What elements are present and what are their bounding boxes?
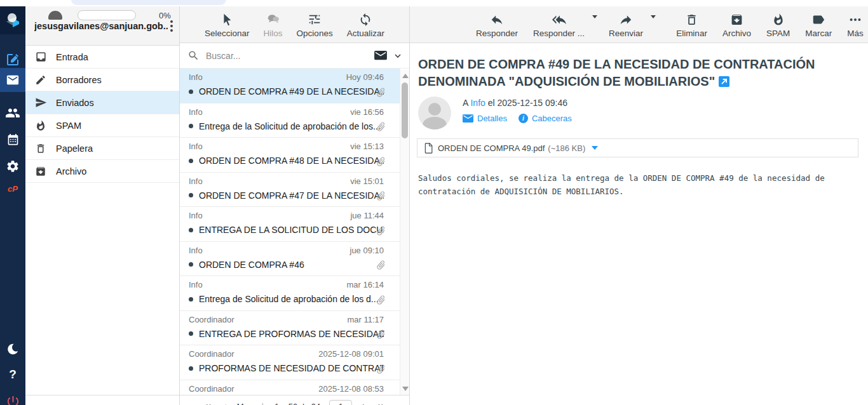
archive-icon xyxy=(730,13,743,27)
sidebar-item-archivo[interactable]: Archivo xyxy=(25,160,179,183)
refresh-icon xyxy=(358,13,372,27)
inbox-icon xyxy=(34,51,47,63)
message-row[interactable]: Infomar 16:14 Entrega de Solicitud de ap… xyxy=(180,276,400,311)
delete-button[interactable]: Eliminar xyxy=(671,13,712,38)
unread-dot xyxy=(189,331,193,336)
message-row[interactable]: Infovie 15:13 ORDEN DE COMPRA #48 DE LA … xyxy=(180,138,400,173)
message-row[interactable]: Infovie 16:56 Entrega de la Solicitud de… xyxy=(180,103,400,138)
attachment-icon xyxy=(376,329,386,340)
forward-dropdown-caret[interactable] xyxy=(651,15,656,18)
threads-icon xyxy=(266,13,281,27)
prev-page-icon[interactable] xyxy=(222,402,228,405)
sidebar-item-papelera[interactable]: Papelera xyxy=(25,137,179,160)
last-page-icon[interactable] xyxy=(376,402,386,405)
attachment-icon xyxy=(376,364,386,375)
row-sender: Info xyxy=(189,107,203,117)
message-row[interactable]: Infojue 09:10 ORDEN DE COMPRA #46 xyxy=(180,242,400,277)
attachment-dropdown-caret[interactable] xyxy=(592,146,598,150)
webmail-app: cP ? jesusgavilanes@sanjuan.gob.... xyxy=(0,0,868,405)
pencil-icon xyxy=(34,74,47,86)
row-date: 2025-12-08 08:53 xyxy=(318,384,384,394)
archive-button[interactable]: Archivo xyxy=(717,13,756,38)
sidebar-item-entrada[interactable]: Entrada xyxy=(25,46,179,69)
forward-button[interactable]: Reenviar xyxy=(604,13,648,38)
chevron-down-icon[interactable] xyxy=(393,51,403,61)
row-date: jue 09:10 xyxy=(350,246,384,255)
folder-label: Borradores xyxy=(56,75,102,85)
sidebar-item-borradores[interactable]: Borradores xyxy=(25,69,179,91)
open-in-new-window-icon[interactable] xyxy=(719,76,729,87)
message-row[interactable]: Infovie 15:01 ORDEN DE COMPRA #47 DE LA … xyxy=(180,173,400,208)
sogo-logo[interactable] xyxy=(0,6,25,34)
next-page-icon[interactable] xyxy=(361,402,367,405)
folder-label: Enviados xyxy=(56,98,94,108)
row-sender: Info xyxy=(189,72,203,82)
disk-icon xyxy=(48,11,62,20)
attachment-icon xyxy=(376,260,386,270)
attachment-bar[interactable]: ORDEN DE COMPRA 49.pdf (~186 KB) xyxy=(417,138,858,157)
mark-button[interactable]: Marcar xyxy=(800,13,837,38)
page-number-input[interactable] xyxy=(329,400,352,405)
message-subject: ORDEN DE COMPRA #49 DE LA NECESIDAD DE C… xyxy=(418,56,825,90)
account-email: jesusgavilanes@sanjuan.gob.... xyxy=(34,21,168,31)
details-toggle[interactable]: Detalles xyxy=(463,114,507,123)
scrollbar-down-arrow[interactable] xyxy=(402,387,409,391)
message-row[interactable]: Coordinador2025-12-08 09:01 PROFORMAS DE… xyxy=(180,345,400,380)
row-date: vie 16:56 xyxy=(350,107,384,117)
recipient-link[interactable]: Info xyxy=(470,98,485,108)
sidebar-item-enviados[interactable]: Enviados xyxy=(25,91,179,114)
more-button[interactable]: Más xyxy=(842,13,868,38)
attachment-size: (~186 KB) xyxy=(548,143,585,153)
moon-icon xyxy=(6,342,20,356)
attachment-icon xyxy=(376,156,386,167)
rail-item-mail-active[interactable] xyxy=(0,68,25,92)
list-scrollbar[interactable] xyxy=(400,70,409,395)
first-page-icon[interactable] xyxy=(203,402,213,405)
cpanel-link[interactable]: cP xyxy=(0,180,25,197)
search-scope-mail-icon[interactable] xyxy=(374,50,388,62)
message-row[interactable]: Coordinador2025-12-08 08:53 xyxy=(180,380,400,395)
spam-button[interactable]: SPAM xyxy=(761,13,795,38)
message-rows: InfoHoy 09:46 ORDEN DE COMPRA #49 DE LA … xyxy=(180,69,400,395)
pdf-file-icon xyxy=(424,143,433,154)
reply-all-dropdown-caret[interactable] xyxy=(592,15,597,18)
message-row[interactable]: Coordinadormar 11:17 ENTREGA DE PROFORMA… xyxy=(180,311,400,346)
message-row[interactable]: Infojue 11:44 ENTREGA DE LA SOLICITUD DE… xyxy=(180,207,400,242)
row-sender: Coordinador xyxy=(189,384,234,394)
row-subject: Entrega de Solicitud de aprobación de lo… xyxy=(199,294,384,304)
search-input[interactable] xyxy=(206,51,374,61)
sidebar-item-spam[interactable]: SPAM xyxy=(25,114,179,137)
dark-mode-toggle[interactable] xyxy=(0,339,25,359)
help-button[interactable]: ? xyxy=(0,366,25,383)
forward-icon xyxy=(618,13,634,27)
unread-dot xyxy=(189,193,193,197)
row-subject: ORDEN DE COMPRA #49 DE LA NECESIDA... xyxy=(199,86,384,96)
scrollbar-up-arrow[interactable] xyxy=(402,74,409,78)
select-button[interactable]: Seleccionar xyxy=(205,13,250,38)
reply-button[interactable]: Responder xyxy=(471,13,523,38)
logout-button[interactable] xyxy=(0,391,25,405)
calendar-icon xyxy=(6,133,20,147)
rail-item-settings[interactable] xyxy=(0,156,25,176)
unread-dot xyxy=(189,159,193,163)
rail-item-calendar[interactable] xyxy=(0,129,25,150)
reply-all-button[interactable]: Responder ... xyxy=(528,13,590,38)
fire-icon xyxy=(772,13,785,27)
row-subject: ENTREGA DE LA SOLICITUD DE LOS DOCU... xyxy=(199,225,384,235)
envelope-icon xyxy=(463,114,473,123)
message-row[interactable]: InfoHoy 09:46 ORDEN DE COMPRA #49 DE LA … xyxy=(180,69,400,103)
options-button[interactable]: Opciones xyxy=(297,13,333,38)
row-date: 2025-12-08 09:01 xyxy=(318,349,384,359)
unread-dot xyxy=(189,228,193,232)
app-rail: cP ? xyxy=(0,6,25,405)
attachment-icon xyxy=(376,295,386,305)
threads-button[interactable]: Hilos xyxy=(264,13,283,38)
rail-item-contacts[interactable] xyxy=(0,103,25,123)
scrollbar-thumb[interactable] xyxy=(402,83,408,138)
refresh-button[interactable]: Actualizar xyxy=(347,13,384,38)
search-bar xyxy=(180,43,409,69)
row-date: Hoy 09:46 xyxy=(346,72,384,82)
headers-toggle[interactable]: i Cabeceras xyxy=(519,114,572,123)
send-icon xyxy=(34,96,47,109)
row-subject: ORDEN DE COMPRA #46 xyxy=(199,260,384,270)
